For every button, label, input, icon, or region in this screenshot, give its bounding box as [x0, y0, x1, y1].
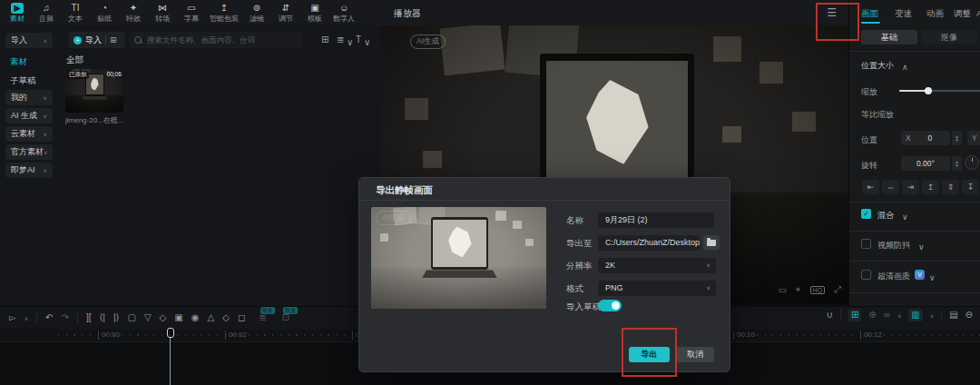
sidebar-item-jimeng-ai[interactable]: 即梦AI∨ — [5, 163, 53, 178]
rotation-stepper[interactable]: ▴▾ — [952, 156, 962, 171]
select-tool-icon[interactable]: ▻ — [9, 313, 16, 322]
divider — [105, 35, 106, 44]
tab-adjust[interactable]: 调整 — [954, 8, 971, 20]
sidebar-item-subdraft[interactable]: 子草稿 — [10, 75, 36, 87]
all-filter-tab[interactable]: 全部 — [66, 54, 83, 66]
split-view-icon[interactable]: ▤ — [949, 311, 957, 320]
ratio-crop-icon[interactable]: ◻ — [238, 313, 245, 322]
toolbar-item-text[interactable]: TI文本 — [62, 3, 89, 23]
divider — [359, 200, 730, 201]
browse-folder-button[interactable] — [703, 235, 720, 250]
main-track-magnet-icon[interactable]: ⊞ — [848, 309, 861, 321]
align-top-icon[interactable]: ↥ — [922, 180, 939, 194]
position-y-field[interactable]: Y — [967, 131, 980, 145]
trim-right-icon[interactable]: |⟩ — [113, 313, 120, 322]
zoom-out-icon[interactable]: ⊖ — [965, 311, 973, 320]
sidebar-item-ai-generate[interactable]: AI 生成∨ — [5, 108, 53, 123]
track-display-icon[interactable]: ▥ — [908, 309, 922, 321]
search-input[interactable] — [145, 35, 296, 45]
export-preview-image: AI生成 — [371, 207, 546, 309]
tab-animation[interactable]: 动画 — [926, 8, 944, 20]
position-x-field[interactable]: X0 — [901, 131, 950, 145]
export-button[interactable]: 导出 — [629, 347, 670, 362]
trim-left-icon[interactable]: ⟨| — [99, 313, 105, 322]
rotation-dial[interactable] — [965, 155, 979, 170]
align-center-horizontal-icon[interactable]: ⇔ — [882, 180, 899, 194]
position-x-stepper[interactable]: ▴▾ — [952, 131, 962, 145]
snapshot-icon[interactable]: ⌖ — [796, 284, 801, 295]
scale-slider[interactable] — [899, 90, 980, 92]
uhd-label: 超清画质 — [877, 271, 910, 282]
import-source-dropdown[interactable]: 导入∧ — [5, 33, 53, 48]
toolbar-item-smart-package[interactable]: ↥智能包装 — [207, 3, 241, 23]
crop-icon[interactable]: ▣ — [174, 313, 182, 322]
toolbar-item-captions[interactable]: ▭字幕 — [178, 3, 205, 23]
ai-edit-icon[interactable]: ⊡限免 — [282, 313, 289, 322]
align-right-icon[interactable]: ⇥ — [902, 180, 919, 194]
toolbar-item-templates[interactable]: ▣模板 — [301, 3, 328, 23]
format-select[interactable]: PNG ∨ — [598, 281, 716, 296]
sticker-icon: ◔ — [102, 3, 107, 14]
rotate-icon[interactable]: ◇ — [222, 313, 230, 322]
position-label: 位置 — [861, 134, 877, 146]
import-button[interactable]: + 导入 ⊞ — [69, 32, 125, 48]
align-center-vertical-icon[interactable]: ⇕ — [942, 180, 959, 194]
media-clip-thumbnail[interactable]: 已添加 00:06 — [65, 69, 123, 113]
microphone-icon[interactable]: ∪ — [827, 311, 833, 320]
subtab-cutout[interactable]: 抠像 — [921, 30, 977, 44]
quality-icon[interactable]: HQ — [810, 286, 826, 294]
toolbar-item-audio[interactable]: ♫音频 — [33, 3, 60, 23]
toolbar-item-transitions[interactable]: ⋈转场 — [149, 3, 176, 23]
export-path-field[interactable]: C:/Users/ZhuanZ/Desktop/202... — [598, 235, 700, 251]
player-menu-icon[interactable]: ☰ — [827, 6, 837, 19]
ai-generated-watermark: AI生成 — [410, 35, 446, 49]
import-icon: + — [74, 36, 82, 44]
uniform-scale-label: 等比缩放 — [861, 109, 894, 121]
tab-speed[interactable]: 变速 — [895, 8, 912, 20]
subtab-basic[interactable]: 基础 — [861, 30, 917, 44]
fullscreen-icon[interactable]: ⤢ — [834, 284, 841, 295]
auto-snap-icon[interactable]: ⊕ — [868, 311, 876, 320]
playhead-handle[interactable] — [167, 328, 174, 338]
sort-icon[interactable]: ≣ — [337, 35, 344, 44]
linkage-icon[interactable]: ∞ — [884, 311, 890, 320]
tab-picture[interactable]: 画面 — [861, 8, 878, 20]
import-mode-grid-icon[interactable]: ⊞ — [110, 35, 117, 44]
sidebar-item-cloud[interactable]: 云素材∨ — [5, 126, 53, 142]
uhd-checkbox[interactable] — [861, 270, 871, 280]
chroma-key-icon[interactable]: ◇ — [160, 313, 167, 322]
toolbar-item-media[interactable]: ▶素材 — [4, 3, 31, 23]
undo-icon[interactable]: ↶ — [45, 313, 53, 322]
align-bottom-icon[interactable]: ↧ — [962, 180, 979, 194]
align-left-icon[interactable]: ⇤ — [862, 180, 879, 194]
section-position-size[interactable]: 位置大小 — [861, 60, 894, 72]
toolbar-item-filters[interactable]: ⊚滤镜 — [243, 3, 270, 23]
sidebar-item-mine[interactable]: 我的∨ — [5, 90, 53, 105]
mask-icon[interactable]: ▽ — [144, 313, 152, 322]
toolbar-item-digital-human[interactable]: ☺数字人 — [330, 3, 358, 23]
tab-ai[interactable]: AI — [976, 8, 980, 18]
smart-captions-icon[interactable]: ≣限免 — [259, 313, 266, 322]
resolution-select[interactable]: 2K ∨ — [598, 258, 716, 273]
mirror-icon[interactable]: △ — [208, 313, 215, 322]
reverse-icon[interactable]: ◉ — [191, 313, 200, 322]
delete-icon[interactable]: ▢ — [127, 313, 135, 322]
split-icon[interactable]: ][ — [86, 313, 92, 322]
cancel-button[interactable]: 取消 — [676, 347, 714, 362]
ratio-icon[interactable]: ▭ — [778, 285, 786, 295]
stabilize-checkbox[interactable] — [861, 239, 871, 249]
toolbar-item-sticker[interactable]: ◔贴纸 — [91, 3, 118, 23]
divider — [849, 51, 980, 52]
blend-checkbox[interactable]: ✓ — [861, 209, 871, 219]
grid-view-icon[interactable]: ⊞ — [321, 35, 328, 44]
sidebar-item-material[interactable]: 素材 — [10, 56, 27, 68]
toolbar-item-effects[interactable]: ✦特效 — [120, 3, 147, 23]
export-name-input[interactable] — [598, 212, 714, 228]
filter-icon[interactable]: T — [356, 35, 361, 44]
rotation-field[interactable]: 0.00° — [901, 156, 950, 171]
sidebar-item-official[interactable]: 官方素材∨ — [5, 144, 53, 160]
import-draft-toggle[interactable] — [598, 300, 622, 311]
toolbar-item-adjust[interactable]: ⇵调节 — [272, 3, 299, 23]
slider-thumb[interactable] — [925, 87, 932, 94]
redo-icon[interactable]: ↷ — [62, 313, 69, 322]
